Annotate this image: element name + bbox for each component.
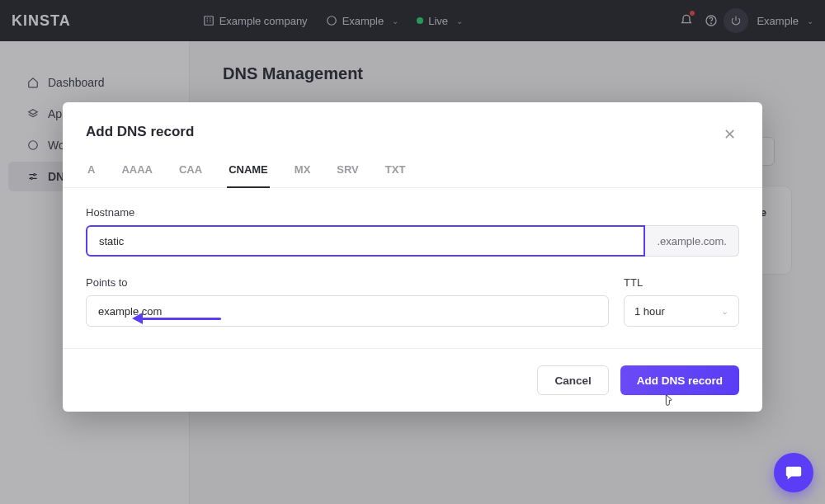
cancel-button[interactable]: Cancel	[537, 365, 608, 395]
tab-srv[interactable]: SRV	[335, 155, 361, 187]
tab-aaaa[interactable]: AAAA	[120, 155, 154, 187]
ttl-value: 1 hour	[634, 305, 665, 318]
tab-txt[interactable]: TXT	[384, 155, 408, 187]
hostname-label: Hostname	[86, 206, 739, 219]
tab-mx[interactable]: MX	[293, 155, 313, 187]
chevron-down-icon: ⌄	[721, 306, 728, 317]
points-to-input[interactable]	[86, 295, 609, 327]
cursor-icon	[662, 393, 675, 408]
ttl-select[interactable]: 1 hour ⌄	[624, 295, 739, 327]
chat-button[interactable]	[774, 453, 813, 492]
chat-icon	[785, 464, 803, 482]
close-icon[interactable]: ✕	[720, 124, 739, 145]
add-dns-record-modal: Add DNS record ✕ A AAAA CAA CNAME MX SRV…	[63, 102, 762, 412]
hostname-input[interactable]	[86, 225, 645, 257]
ttl-label: TTL	[624, 276, 739, 289]
add-dns-record-button[interactable]: Add DNS record	[620, 365, 739, 395]
tab-cname[interactable]: CNAME	[227, 155, 270, 187]
record-type-tabs: A AAAA CAA CNAME MX SRV TXT	[63, 155, 762, 188]
points-to-label: Points to	[86, 276, 609, 289]
modal-title: Add DNS record	[86, 124, 194, 140]
hostname-suffix: .example.com.	[645, 225, 739, 257]
tab-caa[interactable]: CAA	[177, 155, 204, 187]
tab-a[interactable]: A	[86, 155, 97, 187]
